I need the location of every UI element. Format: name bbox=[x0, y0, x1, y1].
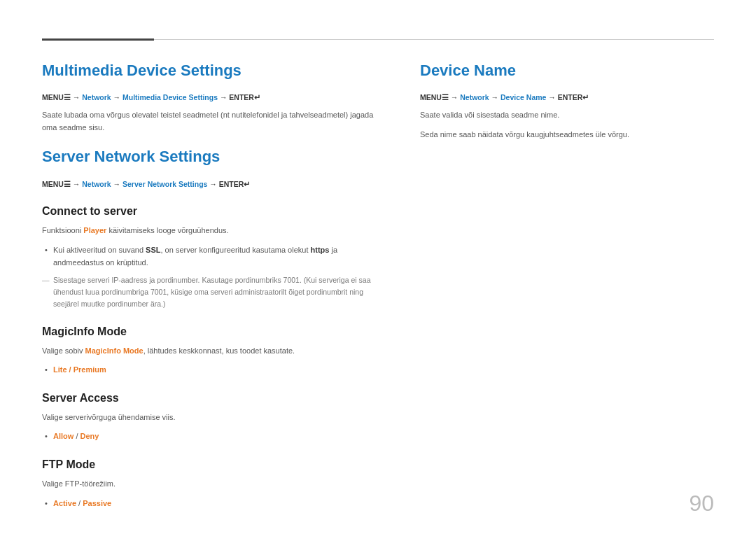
magicinfo-bullet-list: Lite / Premium bbox=[42, 364, 385, 377]
multimedia-menu-prefix: MENU bbox=[42, 93, 64, 101]
server-access-bullet-1: Allow / Deny bbox=[42, 430, 385, 443]
multimedia-body: Saate lubada oma võrgus olevatel teistel… bbox=[42, 109, 385, 134]
server-network-title: Server Network Settings bbox=[42, 148, 385, 166]
magicinfo-mode-title: MagicInfo Mode bbox=[42, 325, 385, 338]
ftp-mode-body: Valige FTP-töörežiim. bbox=[42, 478, 385, 491]
server-access-subsection: Server Access Valige serverivõrguga ühen… bbox=[42, 392, 385, 443]
multimedia-settings-link: Multimedia Device Settings bbox=[122, 93, 218, 101]
ftp-mode-bullet-1: Active / Passive bbox=[42, 498, 385, 510]
device-name-body2: Seda nime saab näidata võrgu kaugjuhtsea… bbox=[420, 129, 707, 141]
device-name-link: Device Name bbox=[500, 93, 546, 101]
server-access-title: Server Access bbox=[42, 392, 385, 405]
server-access-body: Valige serverivõrguga ühendamise viis. bbox=[42, 412, 385, 424]
ftp-mode-subsection: FTP Mode Valige FTP-töörežiim. Active / … bbox=[42, 458, 385, 510]
server-network-link: Network bbox=[82, 180, 111, 188]
server-access-bullet-list: Allow / Deny bbox=[42, 430, 385, 443]
device-name-body1: Saate valida või sisestada seadme nime. bbox=[420, 109, 707, 122]
player-highlight: Player bbox=[83, 226, 106, 234]
ftp-mode-bullet-list: Active / Passive bbox=[42, 498, 385, 510]
magicinfo-bullet-1: Lite / Premium bbox=[42, 364, 385, 377]
top-line-dark bbox=[42, 38, 154, 41]
multimedia-section: Multimedia Device Settings MENU☰ → Netwo… bbox=[42, 62, 385, 134]
server-network-menu-path: MENU☰ → Network → Server Network Setting… bbox=[42, 179, 385, 190]
top-line-light bbox=[154, 39, 714, 40]
page-number: 90 bbox=[689, 491, 714, 517]
connect-to-server-subsection: Connect to server Funktsiooni Player käi… bbox=[42, 205, 385, 309]
multimedia-menu-path: MENU☰ → Network → Multimedia Device Sett… bbox=[42, 92, 385, 104]
ftp-mode-title: FTP Mode bbox=[42, 458, 385, 471]
server-network-settings-link: Server Network Settings bbox=[122, 180, 207, 188]
connect-to-server-title: Connect to server bbox=[42, 205, 385, 218]
device-name-section: Device Name MENU☰ → Network → Device Nam… bbox=[420, 62, 707, 141]
multimedia-network-link: Network bbox=[82, 93, 111, 101]
right-column: Device Name MENU☰ → Network → Device Nam… bbox=[413, 62, 707, 515]
connect-bullet-list: Kui aktiveeritud on suvand SSL, on serve… bbox=[42, 244, 385, 269]
magicinfo-highlight: MagicInfo Mode bbox=[85, 346, 144, 355]
server-network-section: Server Network Settings MENU☰ → Network … bbox=[42, 148, 385, 510]
connect-dash-note: Sisestage serveri IP-aadress ja pordinum… bbox=[42, 274, 385, 309]
device-name-menu-path: MENU☰ → Network → Device Name → ENTER↵ bbox=[420, 92, 707, 104]
magicinfo-mode-body: Valige sobiv MagicInfo Mode, lähtudes ke… bbox=[42, 345, 385, 358]
device-name-network-link: Network bbox=[460, 93, 489, 101]
left-column: Multimedia Device Settings MENU☰ → Netwo… bbox=[42, 62, 385, 515]
device-name-title: Device Name bbox=[420, 62, 707, 80]
top-decorative-lines bbox=[42, 0, 714, 41]
columns-container: Multimedia Device Settings MENU☰ → Netwo… bbox=[42, 62, 714, 515]
connect-bullet-1: Kui aktiveeritud on suvand SSL, on serve… bbox=[42, 244, 385, 269]
page-container: Multimedia Device Settings MENU☰ → Netwo… bbox=[0, 0, 756, 534]
connect-to-server-body: Funktsiooni Player käivitamiseks looge v… bbox=[42, 225, 385, 237]
magicinfo-mode-subsection: MagicInfo Mode Valige sobiv MagicInfo Mo… bbox=[42, 325, 385, 377]
multimedia-title: Multimedia Device Settings bbox=[42, 62, 385, 80]
